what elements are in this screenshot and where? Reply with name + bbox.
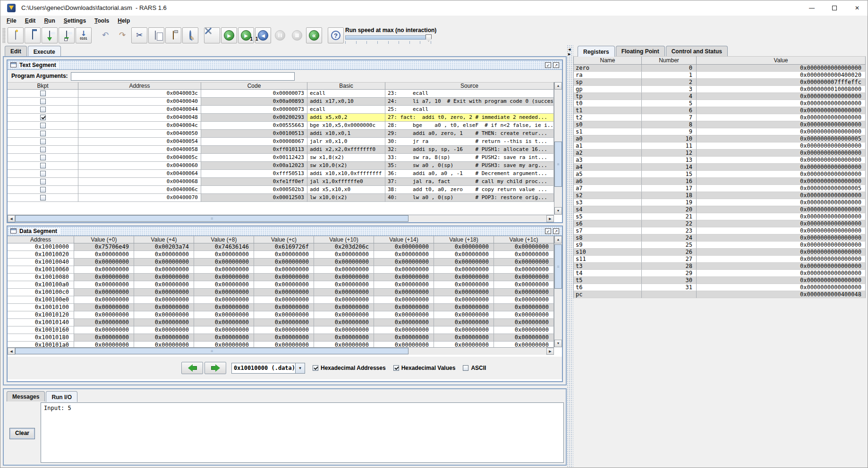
memory-value[interactable]: 0x00000000 bbox=[374, 266, 434, 274]
ascii-checkbox[interactable] bbox=[463, 365, 468, 371]
memory-value[interactable]: 0x00000000 bbox=[374, 251, 434, 259]
memory-value[interactable]: 0x00000000 bbox=[374, 319, 434, 326]
memory-value[interactable]: 0x00000000 bbox=[254, 274, 314, 281]
register-value[interactable]: 0x0000000000000000 bbox=[697, 178, 866, 185]
column-header-address[interactable]: Address bbox=[8, 236, 74, 243]
clear-button[interactable]: Clear bbox=[9, 428, 35, 439]
program-arguments-input[interactable] bbox=[71, 72, 295, 81]
column-header-code[interactable]: Code bbox=[201, 82, 307, 90]
memory-value[interactable]: 0x00000000 bbox=[194, 251, 254, 259]
hexadecimal-addresses-checkbox[interactable] bbox=[313, 365, 318, 371]
menu-file[interactable]: File bbox=[2, 17, 21, 25]
memory-value[interactable]: 0x00000000 bbox=[434, 243, 494, 251]
save-file-button[interactable] bbox=[42, 27, 58, 43]
memory-value[interactable]: 0x00000000 bbox=[374, 289, 434, 296]
memory-value[interactable]: 0x00000000 bbox=[74, 266, 134, 274]
memory-value[interactable]: 0x00000000 bbox=[434, 296, 494, 304]
memory-value[interactable]: 0x00000000 bbox=[314, 342, 374, 347]
register-value[interactable]: 0x0000000000000000 bbox=[697, 199, 866, 206]
memory-value[interactable]: 0x00000000 bbox=[254, 311, 314, 319]
register-value[interactable]: 0x0000000000000000 bbox=[697, 114, 866, 121]
memory-value[interactable]: 0x00000000 bbox=[434, 266, 494, 274]
memory-value[interactable]: 0x00000000 bbox=[374, 274, 434, 281]
tab-messages[interactable]: Messages bbox=[7, 391, 45, 401]
memory-value[interactable]: 0x00000000 bbox=[134, 326, 194, 334]
memory-value[interactable]: 0x00000000 bbox=[134, 266, 194, 274]
redo-button[interactable]: ↷ bbox=[114, 27, 130, 43]
memory-value[interactable]: 0x00000000 bbox=[434, 334, 494, 342]
register-value[interactable]: 0x0000000010008000 bbox=[697, 86, 866, 93]
register-value[interactable]: 0x0000000000000000 bbox=[697, 65, 866, 72]
reset-button[interactable]: « bbox=[306, 27, 322, 43]
register-value[interactable]: 0x0000000000000000 bbox=[697, 157, 866, 164]
memory-value[interactable]: 0x00000000 bbox=[434, 319, 494, 326]
text-segment-title-bar[interactable]: Text Segment ↙ ↗ bbox=[8, 60, 562, 70]
memory-value[interactable]: 0x00000000 bbox=[134, 304, 194, 311]
breakpoint-checkbox[interactable] bbox=[40, 123, 46, 128]
memory-value[interactable]: 0x00000000 bbox=[314, 311, 374, 319]
memory-value[interactable]: 0x00000000 bbox=[494, 266, 554, 274]
breakpoint-checkbox[interactable] bbox=[40, 179, 46, 184]
memory-value[interactable]: 0x00000000 bbox=[434, 251, 494, 259]
memory-value[interactable]: 0x00000000 bbox=[494, 296, 554, 304]
memory-value[interactable]: 0x00000000 bbox=[374, 259, 434, 266]
memory-value[interactable]: 0x00000000 bbox=[254, 281, 314, 289]
register-value[interactable]: 0x000000007fffeffc bbox=[697, 79, 866, 86]
maximize-button[interactable] bbox=[823, 0, 846, 16]
register-value[interactable]: 0x0000000000000000 bbox=[697, 107, 866, 114]
step-backwards-button[interactable]: ◀1 bbox=[255, 27, 271, 43]
memory-value[interactable]: 0x00000000 bbox=[494, 304, 554, 311]
data-segment-hscrollbar[interactable]: ◀ ▶ bbox=[8, 347, 554, 355]
memory-value[interactable]: 0x00000000 bbox=[254, 289, 314, 296]
memory-value[interactable]: 0x00000000 bbox=[374, 326, 434, 334]
memory-value[interactable]: 0x00000000 bbox=[194, 334, 254, 342]
memory-value[interactable]: 0x00000000 bbox=[374, 304, 434, 311]
menu-edit[interactable]: Edit bbox=[21, 17, 40, 25]
memory-value[interactable]: 0x00000000 bbox=[194, 274, 254, 281]
undo-button[interactable]: ↶ bbox=[97, 27, 113, 43]
column-header-value-4[interactable]: Value (+4) bbox=[134, 236, 194, 243]
breakpoint-checkbox[interactable] bbox=[40, 131, 46, 136]
memory-value[interactable]: 0x00000000 bbox=[434, 342, 494, 347]
column-header-value-c[interactable]: Value (+c) bbox=[254, 236, 314, 243]
memory-value[interactable]: 0x00000000 bbox=[314, 326, 374, 334]
memory-value[interactable]: 0x00000000 bbox=[494, 274, 554, 281]
memory-value[interactable]: 0x00000000 bbox=[494, 281, 554, 289]
memory-range-value[interactable]: 0x10010000 (.data) bbox=[231, 363, 296, 374]
register-value[interactable]: 0x0000000000000000 bbox=[697, 164, 866, 171]
memory-value[interactable]: 0x00000000 bbox=[374, 296, 434, 304]
memory-value[interactable]: 0x00000000 bbox=[494, 289, 554, 296]
memory-value[interactable]: 0x00000000 bbox=[74, 326, 134, 334]
memory-value[interactable]: 0x00000000 bbox=[134, 259, 194, 266]
register-value[interactable]: 0x0000000000000005 bbox=[697, 135, 866, 142]
memory-value[interactable]: 0x00000000 bbox=[194, 326, 254, 334]
run-speed-slider-thumb[interactable] bbox=[425, 34, 432, 42]
hscroll-thumb[interactable] bbox=[15, 348, 408, 354]
tab-floating-point[interactable]: Floating Point bbox=[616, 46, 665, 56]
breakpoint-checkbox[interactable] bbox=[40, 187, 46, 192]
register-value[interactable]: 0x0000000000000000 bbox=[697, 284, 866, 291]
register-value[interactable]: 0x0000000000000000 bbox=[697, 242, 866, 249]
memory-value[interactable]: 0x00000000 bbox=[494, 334, 554, 342]
scroll-up-icon[interactable]: ▲ bbox=[554, 82, 562, 90]
register-value[interactable]: 0x0000000000000000 bbox=[697, 220, 866, 227]
breakpoint-checkbox[interactable] bbox=[40, 91, 46, 96]
copy-button[interactable] bbox=[148, 27, 164, 43]
register-value[interactable]: 0x0000000000000000 bbox=[697, 100, 866, 107]
breakpoint-checkbox[interactable] bbox=[40, 163, 46, 168]
column-header-value-1c[interactable]: Value (+1c) bbox=[494, 236, 554, 243]
memory-value[interactable]: 0x00000000 bbox=[314, 296, 374, 304]
memory-value[interactable]: 0x00000000 bbox=[314, 266, 374, 274]
memory-value[interactable]: 0x00000000 bbox=[74, 342, 134, 347]
register-value[interactable]: 0x0000000000000000 bbox=[697, 171, 866, 178]
breakpoint-checkbox[interactable] bbox=[40, 139, 46, 144]
memory-value[interactable]: 0x00000000 bbox=[134, 281, 194, 289]
column-header-source[interactable]: Source bbox=[385, 82, 554, 90]
tab-edit[interactable]: Edit bbox=[5, 46, 27, 56]
memory-value[interactable]: 0x00000000 bbox=[494, 319, 554, 326]
column-header-value-14[interactable]: Value (+14) bbox=[374, 236, 434, 243]
memory-value[interactable]: 0x00000000 bbox=[494, 251, 554, 259]
memory-value[interactable]: 0x00000000 bbox=[254, 342, 314, 347]
register-value[interactable]: 0x0000000000000000 bbox=[697, 150, 866, 157]
memory-value[interactable]: 0x00000000 bbox=[254, 296, 314, 304]
